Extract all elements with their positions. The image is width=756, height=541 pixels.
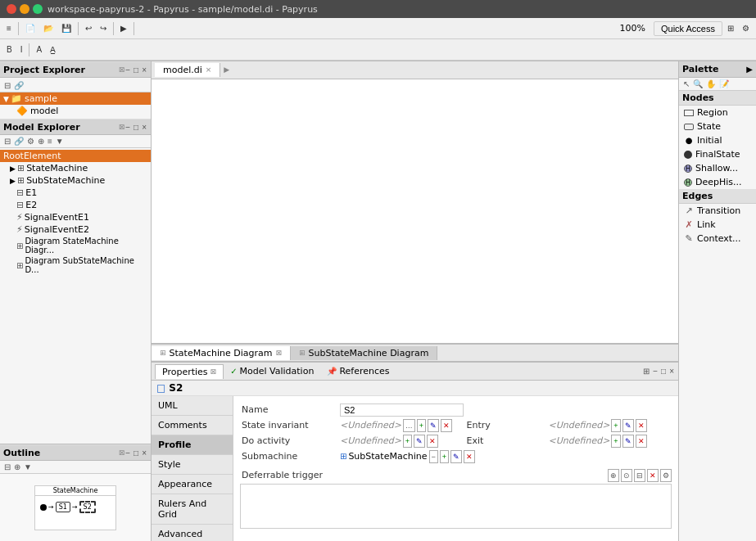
me-btn2[interactable]: 🔗	[13, 137, 25, 146]
sidebar-profile[interactable]: Profile	[152, 435, 233, 455]
props-tab-properties[interactable]: Properties ⊠	[155, 364, 224, 379]
exit-modify-btn[interactable]: ✎	[622, 435, 634, 448]
signal-e2-item[interactable]: ⚡ SignalEventE2	[0, 223, 151, 236]
file-menu[interactable]: ≡	[3, 22, 15, 34]
sidebar-appearance[interactable]: Appearance	[152, 475, 233, 494]
entry-del-btn[interactable]: ✕	[636, 419, 647, 432]
e2-item[interactable]: ⊟ E2	[0, 199, 151, 211]
props-maximize-btn[interactable]: □	[660, 367, 667, 376]
out-tb-btn2[interactable]: ⊕	[13, 462, 21, 471]
out-close-btn[interactable]: ×	[141, 449, 147, 458]
palette-item-deephis[interactable]: H DeepHis...	[679, 175, 756, 189]
palette-item-finalstate[interactable]: FinalState	[679, 147, 756, 161]
sidebar-advanced[interactable]: Advanced	[152, 525, 233, 541]
open-btn[interactable]: 📂	[40, 22, 57, 34]
redo-btn[interactable]: ↪	[97, 22, 110, 34]
entry-modify-btn[interactable]: ✎	[622, 419, 634, 432]
do-activity-modify-btn[interactable]: ✎	[414, 435, 425, 448]
tree-item-sample[interactable]: ▼ 📁 sample	[0, 92, 151, 105]
tree-item-model[interactable]: 🔶 model	[0, 105, 151, 117]
submachine-modify-btn[interactable]: ✎	[450, 450, 462, 463]
tab-model-di-close[interactable]: ×	[206, 65, 212, 74]
close-panel-btn[interactable]: ×	[141, 65, 147, 74]
format-btn-2[interactable]: I	[17, 43, 26, 56]
perspectives-btn[interactable]: ⊞	[724, 21, 737, 36]
palette-item-link[interactable]: ✗ Link	[679, 218, 756, 232]
settings-btn[interactable]: ⚙	[739, 21, 753, 36]
collapse-all-btn[interactable]: ⊟	[3, 81, 11, 90]
do-activity-del-btn[interactable]: ✕	[427, 435, 438, 448]
deferrable-del-btn[interactable]: ✕	[647, 469, 659, 482]
deferrable-btn1[interactable]: ⊕	[608, 469, 619, 482]
props-minimize-btn[interactable]: −	[652, 367, 659, 376]
props-tab-references[interactable]: 📌 References	[320, 364, 396, 378]
sub-state-machine-item[interactable]: ▶ ⊞ SubStateMachine	[0, 174, 151, 187]
undo-btn[interactable]: ↩	[82, 22, 95, 34]
palette-collapse-arrow[interactable]: ▶	[746, 65, 753, 74]
state-invariant-edit-btn[interactable]: …	[403, 419, 415, 432]
deferrable-btn2[interactable]: ⊙	[621, 469, 632, 482]
palette-tool-select[interactable]: ↖	[682, 79, 690, 88]
project-explorer-icons[interactable]: − □ ×	[124, 65, 147, 74]
tab-ssm-diagram[interactable]: ⊞ SubStateMachine Diagram	[291, 346, 437, 360]
exit-add-btn[interactable]: +	[611, 435, 620, 448]
state-invariant-del-btn[interactable]: ✕	[441, 419, 452, 432]
save-btn[interactable]: 💾	[58, 22, 75, 34]
deferrable-btn3[interactable]: ⊟	[634, 469, 645, 482]
new-btn[interactable]: 📄	[22, 22, 38, 34]
model-explorer-icons[interactable]: − □ ×	[124, 123, 147, 132]
link-editor-btn[interactable]: 🔗	[13, 81, 25, 90]
quick-access-button[interactable]: Quick Access	[654, 21, 722, 36]
maximize-panel-btn[interactable]: □	[133, 65, 139, 74]
signal-e1-item[interactable]: ⚡ SignalEventE1	[0, 211, 151, 223]
submachine-add-btn[interactable]: +	[440, 450, 449, 463]
props-header-icons[interactable]: ⊞ − □ ×	[642, 367, 675, 376]
deferrable-config-btn[interactable]: ⚙	[660, 469, 672, 482]
out-maximize-btn[interactable]: □	[133, 449, 139, 458]
e1-item[interactable]: ⊟ E1	[0, 187, 151, 199]
palette-tool-pan[interactable]: ✋	[705, 79, 717, 88]
state-invariant-add-btn[interactable]: +	[417, 419, 426, 432]
do-activity-add-btn[interactable]: +	[403, 435, 412, 448]
sidebar-uml[interactable]: UML	[152, 396, 233, 416]
palette-item-shallow[interactable]: H Shallow...	[679, 161, 756, 175]
sidebar-comments[interactable]: Comments	[152, 416, 233, 435]
collapse-btn[interactable]: −	[124, 65, 131, 74]
align-btn[interactable]: A	[33, 43, 45, 56]
me-close-btn[interactable]: ×	[141, 123, 147, 132]
palette-item-transition[interactable]: ↗ Transition	[679, 204, 756, 218]
me-btn6[interactable]: ▼	[55, 137, 65, 146]
me-collapse-btn[interactable]: −	[124, 123, 131, 132]
me-btn4[interactable]: ⊕	[37, 137, 45, 146]
maximize-button[interactable]	[33, 4, 43, 14]
minimize-button[interactable]	[20, 4, 29, 14]
me-btn3[interactable]: ⚙	[26, 137, 35, 146]
palette-tool-note[interactable]: 📝	[718, 79, 730, 88]
diagram-sm-item[interactable]: ⊞ Diagram StateMachine Diagr...	[0, 236, 151, 255]
name-input[interactable]	[340, 403, 464, 417]
sidebar-style[interactable]: Style	[152, 455, 233, 475]
close-button[interactable]	[7, 4, 16, 14]
run-btn[interactable]: ▶	[117, 22, 130, 34]
tab-sm-diagram[interactable]: ⊞ StateMachine Diagram ⊠	[152, 346, 291, 360]
window-controls[interactable]	[7, 4, 43, 14]
diagram-canvas[interactable]: StateMachine → S1 E1	[152, 79, 678, 96]
exit-del-btn[interactable]: ✕	[636, 435, 647, 448]
entry-add-btn[interactable]: +	[611, 419, 620, 432]
props-tab-validation[interactable]: ✓ Model Validation	[224, 364, 320, 378]
submachine-unlink-btn[interactable]: −	[429, 450, 438, 463]
palette-item-state[interactable]: State	[679, 119, 756, 133]
palette-item-initial[interactable]: ● Initial	[679, 133, 756, 147]
me-btn5[interactable]: ≡	[47, 137, 53, 146]
submachine-del-btn[interactable]: ✕	[464, 450, 475, 463]
diagram-ssm-item[interactable]: ⊞ Diagram SubStateMachine D...	[0, 255, 151, 275]
outline-icons[interactable]: − □ ×	[124, 449, 147, 458]
tab-model-di[interactable]: model.di ×	[155, 63, 220, 77]
out-tb-btn3[interactable]: ▼	[23, 462, 33, 471]
me-btn1[interactable]: ⊟	[3, 137, 11, 146]
palette-tool-zoom[interactable]: 🔍	[692, 79, 704, 88]
palette-nodes-header[interactable]: Nodes	[679, 91, 756, 106]
props-close-btn[interactable]: ×	[668, 367, 675, 376]
format-btn-1[interactable]: B	[3, 43, 16, 56]
palette-item-context[interactable]: ✎ Context...	[679, 232, 756, 246]
